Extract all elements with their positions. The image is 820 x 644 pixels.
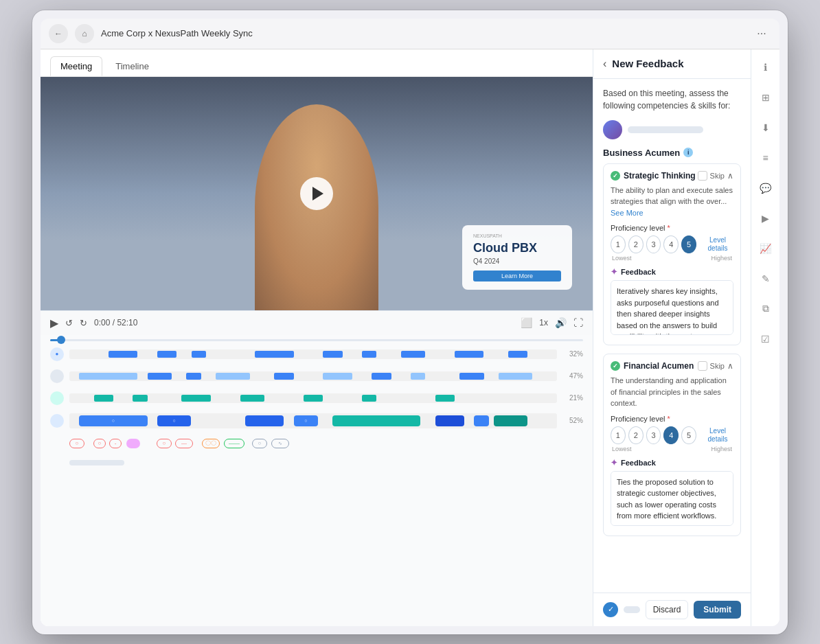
assessee-name-bar bbox=[628, 126, 703, 133]
comp-title-1: ✓ Strategic Thinking bbox=[611, 171, 696, 181]
fullscreen-icon[interactable]: ⛶ bbox=[573, 317, 583, 328]
play-overlay-button[interactable] bbox=[300, 177, 333, 210]
level-labels-2: Lowest Highest bbox=[611, 446, 733, 452]
skip-checkbox-2[interactable] bbox=[698, 361, 707, 371]
video-controls: ▶ ↺ ↻ 0:00 / 52:10 ⬜ 1x 🔊 ⛶ bbox=[41, 310, 593, 335]
slide-overlay: NEXUSPATH Cloud PBX Q4 2024 Learn More bbox=[462, 225, 572, 290]
track-icon-4 bbox=[50, 414, 64, 428]
browser-more-button[interactable]: ··· bbox=[752, 24, 771, 43]
panel-back-button[interactable]: ‹ bbox=[603, 58, 606, 70]
submit-button[interactable]: Submit bbox=[694, 601, 741, 619]
discard-button[interactable]: Discard bbox=[646, 600, 689, 619]
ann-pill-5[interactable]: ○ bbox=[157, 439, 172, 448]
speed-button[interactable]: 1x bbox=[539, 318, 548, 327]
chat-icon-btn[interactable]: 💬 bbox=[756, 179, 775, 198]
browser-chrome: ← ⌂ Acme Corp x NexusPath Weekly Sync ··… bbox=[41, 19, 779, 49]
panel-footer: ✓ Discard Submit bbox=[593, 593, 751, 626]
assessee-row bbox=[603, 120, 741, 139]
skip-row-1: Skip bbox=[698, 171, 725, 181]
fast-forward-button[interactable]: ↻ bbox=[80, 318, 87, 328]
collapse-button-2[interactable]: ∧ bbox=[727, 361, 733, 371]
time-display: 0:00 / 52:10 bbox=[94, 318, 137, 327]
track-bar-4[interactable]: ○ ○ ○ bbox=[69, 413, 557, 428]
tab-meeting[interactable]: Meeting bbox=[50, 56, 102, 76]
check-square-icon-btn[interactable]: ☑ bbox=[756, 330, 775, 349]
track-segments-2 bbox=[69, 371, 557, 381]
label-bar bbox=[69, 460, 124, 465]
feedback-section-2: ✦ Feedback Ties the proposed solution to… bbox=[611, 458, 733, 529]
tabs-bar: Meeting Timeline bbox=[41, 49, 593, 77]
ann-pill-1[interactable]: ○ bbox=[69, 439, 84, 448]
track-bar-2[interactable] bbox=[69, 371, 557, 381]
level-3-btn-1[interactable]: 3 bbox=[646, 235, 661, 253]
level-details-link-2[interactable]: Level details bbox=[702, 427, 733, 444]
ann-pill-2[interactable]: ○ bbox=[93, 439, 106, 448]
track-pct-1: 32% bbox=[562, 350, 583, 358]
play-button[interactable]: ▶ bbox=[50, 317, 58, 330]
comp-header-2: ✓ Financial Acumen Skip ∧ bbox=[611, 361, 733, 371]
feedback-header-2: ✦ Feedback bbox=[611, 458, 733, 468]
ann-pill-3[interactable]: ‑ bbox=[109, 439, 122, 448]
track-bar-1[interactable] bbox=[69, 349, 557, 359]
ann-pill-6[interactable]: — bbox=[175, 439, 193, 448]
home-button[interactable]: ⌂ bbox=[75, 24, 94, 43]
chart-icon-btn[interactable]: 📈 bbox=[756, 239, 775, 258]
document-icon-btn[interactable]: ≡ bbox=[756, 148, 775, 168]
level-5-btn-2[interactable]: 5 bbox=[681, 426, 696, 444]
ann-area: ○ ○ ‑ ○ — 〇〇 —— ○ ∿ bbox=[69, 439, 583, 448]
slide-title: Cloud PBX bbox=[473, 241, 561, 256]
feedback-textarea-2[interactable]: Ties the proposed solution to strategic … bbox=[611, 471, 733, 526]
comp-title-2: ✓ Financial Acumen bbox=[611, 361, 694, 371]
back-button[interactable]: ← bbox=[49, 24, 68, 43]
ann-pill-10[interactable]: ∿ bbox=[271, 439, 289, 448]
rewind-button[interactable]: ↺ bbox=[65, 318, 73, 328]
grid-icon-btn[interactable]: ⊞ bbox=[756, 88, 775, 107]
volume-icon[interactable]: 🔊 bbox=[555, 317, 567, 328]
ann-pill-7[interactable]: 〇〇 bbox=[202, 439, 220, 448]
page-title: Acme Corp x NexusPath Weekly Sync bbox=[101, 28, 745, 38]
skip-row-2: Skip bbox=[698, 361, 725, 371]
competency-card-strategic: ✓ Strategic Thinking Skip ∧ The abil bbox=[603, 163, 741, 346]
level-2-btn-1[interactable]: 2 bbox=[628, 235, 644, 253]
ann-pill-9[interactable]: ○ bbox=[252, 439, 267, 448]
track-row-1: ● bbox=[50, 347, 583, 361]
download-icon-btn[interactable]: ⬇ bbox=[756, 118, 775, 137]
save-indicator: ✓ bbox=[603, 602, 618, 617]
ai-icon-1: ✦ bbox=[611, 267, 617, 277]
device-frame: ← ⌂ Acme Corp x NexusPath Weekly Sync ··… bbox=[32, 10, 788, 634]
ann-pill-8[interactable]: —— bbox=[224, 439, 244, 448]
tab-timeline[interactable]: Timeline bbox=[105, 56, 159, 76]
info-icon-btn[interactable]: ℹ bbox=[756, 58, 775, 77]
slide-cta-button[interactable]: Learn More bbox=[473, 271, 561, 281]
arrow-icon-btn[interactable]: ▶ bbox=[756, 209, 775, 228]
right-panel: ‹ New Feedback Based on this meeting, as… bbox=[593, 49, 751, 626]
level-1-btn-1[interactable]: 1 bbox=[611, 235, 626, 253]
video-thumbnail[interactable]: NEXUSPATH Cloud PBX Q4 2024 Learn More bbox=[41, 77, 593, 310]
progress-thumb[interactable] bbox=[57, 336, 65, 344]
check-icon-1: ✓ bbox=[611, 171, 620, 181]
track-bar-3[interactable] bbox=[69, 393, 557, 403]
skip-checkbox-1[interactable] bbox=[698, 171, 707, 181]
track-pct-3: 21% bbox=[562, 394, 583, 402]
caption-icon[interactable]: ⬜ bbox=[521, 317, 532, 328]
section-heading: Business Acumen i bbox=[603, 148, 741, 158]
level-details-link-1[interactable]: Level details bbox=[702, 236, 733, 253]
level-2-btn-2[interactable]: 2 bbox=[628, 426, 644, 444]
collapse-button-1[interactable]: ∧ bbox=[727, 171, 733, 181]
track-segments-3 bbox=[69, 393, 557, 403]
level-1-btn-2[interactable]: 1 bbox=[611, 426, 626, 444]
progress-bar-container[interactable] bbox=[50, 335, 583, 345]
level-4-btn-1[interactable]: 4 bbox=[663, 235, 679, 253]
see-more-link-1[interactable]: See More bbox=[611, 209, 644, 217]
level-row-2: 1 2 3 4 5 Level details bbox=[611, 426, 733, 444]
section-info-icon[interactable]: i bbox=[683, 148, 693, 157]
comp-header-1: ✓ Strategic Thinking Skip ∧ bbox=[611, 171, 733, 181]
edit-icon-btn[interactable]: ✎ bbox=[756, 269, 775, 288]
slide-logo: NEXUSPATH bbox=[473, 233, 561, 238]
feedback-textarea-1[interactable]: Iteratively shares key insights, asks pu… bbox=[611, 280, 733, 335]
layers-icon-btn[interactable]: ⧉ bbox=[756, 299, 775, 319]
level-3-btn-2[interactable]: 3 bbox=[646, 426, 661, 444]
level-4-btn-2[interactable]: 4 bbox=[663, 426, 679, 444]
ann-pill-4[interactable] bbox=[126, 439, 140, 448]
level-5-btn-1[interactable]: 5 bbox=[681, 235, 696, 253]
